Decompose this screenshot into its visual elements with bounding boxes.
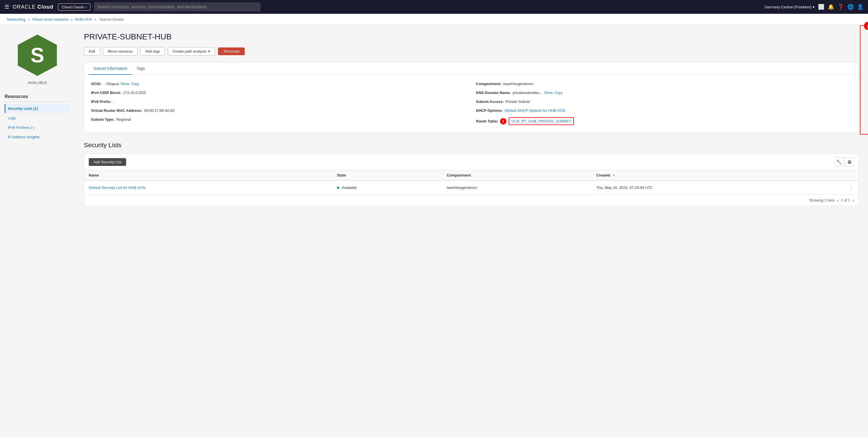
sidebar-item-ip-insights[interactable]: IP Address Insights — [5, 133, 70, 141]
col-created[interactable]: Created ▼ — [592, 170, 859, 180]
help-icon[interactable]: ❓ — [838, 4, 844, 10]
breadcrumb-vcn[interactable]: Virtual cloud networks — [32, 17, 69, 22]
table-header: Name State Compartment Created ▼ — [84, 170, 859, 180]
status-dot-available — [337, 186, 339, 189]
route-table-box: VCN_RT_HUB_PRIVATE_SUBNET — [509, 117, 574, 125]
tab-subnet-info[interactable]: Subnet Information — [89, 63, 132, 75]
sidebar-item-logs[interactable]: Logs — [5, 114, 70, 122]
resources-section: Resources Security Lists (1) Logs IPv6 P… — [5, 94, 70, 141]
dropdown-arrow-icon: ▾ — [208, 49, 210, 54]
ocid-show-link[interactable]: Show — [121, 82, 129, 86]
left-sidebar: S AVAILABLE Resources Security Lists (1)… — [0, 25, 75, 437]
cell-created: Thu, May 16, 2024, 07:15:04 UTC ⋮ — [592, 181, 859, 194]
security-list-panel: Add Security List 🔧 ⊞ Name State — [84, 153, 859, 206]
subnet-type-row: Subnet Type: Regional — [91, 117, 467, 122]
bell-icon[interactable]: 🔔 — [828, 4, 834, 10]
security-lists-table: Name State Compartment Created ▼ — [84, 170, 859, 195]
search-input[interactable] — [94, 2, 260, 11]
badge-1: 1 — [500, 118, 506, 124]
tab-tags[interactable]: Tags — [132, 63, 150, 75]
terminate-button[interactable]: Terminate — [218, 48, 245, 55]
dns-copy-link[interactable]: Copy — [554, 91, 562, 95]
annotation-bar-2: 2 — [860, 25, 868, 135]
route-table-highlight: 1 VCN_RT_HUB_PRIVATE_SUBNET — [500, 117, 574, 125]
dhcp-row: DHCP Options: Default DHCP Options for H… — [476, 108, 851, 113]
dns-row: DNS Domain Name: privatesubnethu... Show… — [476, 91, 851, 95]
route-table-row: Route Table: 1 VCN_RT_HUB_PRIVATE_SUBNET — [476, 117, 851, 125]
compartment-row: Compartment: IwanHoogendoorn — [476, 82, 851, 86]
table-row: Default Security List for HUB-VCN Availa… — [84, 180, 859, 194]
sidebar-item-ipv6[interactable]: IPv6 Prefixes (-) — [5, 123, 70, 132]
action-bar: Edit Move resource Add tags Create path … — [84, 47, 859, 56]
breadcrumb-hub-vcn[interactable]: HUB-VCN — [75, 17, 92, 22]
breadcrumb-current: Subnet Details — [100, 17, 124, 22]
svg-text:S: S — [30, 44, 44, 67]
col-name: Name — [84, 170, 332, 180]
subnet-access-row: Subnet Access: Private Subnet — [476, 99, 851, 104]
nav-right: Germany Central (Frankfurt) ▾ ⬜ 🔔 ❓ 🌐 👤 — [765, 4, 863, 10]
sidebar-item-security-lists[interactable]: Security Lists (1) — [5, 104, 70, 113]
help-widget-button[interactable]: 🔧 — [834, 157, 844, 167]
info-panel-tabs: Subnet Information Tags — [84, 63, 859, 75]
security-list-toolbar: Add Security List 🔧 ⊞ — [84, 154, 859, 170]
breadcrumb-networking[interactable]: Networking — [7, 17, 26, 22]
dns-show-link[interactable]: Show — [544, 91, 553, 95]
oracle-logo: ORACLE Cloud — [13, 4, 54, 10]
col-state: State — [332, 170, 442, 180]
info-panel: Subnet Information Tags OCID: ...55apua … — [84, 62, 859, 132]
move-resource-button[interactable]: Move resource — [103, 47, 137, 56]
pagination-info: Showing 1 item ‹ 1 of 1 › — [84, 195, 859, 206]
user-avatar[interactable]: 👤 — [857, 4, 863, 10]
ocid-row: OCID: ...55apua Show Copy — [91, 82, 467, 86]
cell-compartment: IwanHoogendoorn — [442, 180, 592, 194]
mac-row: Virtual Router MAC Address: 00:00:17:69:… — [91, 108, 467, 113]
security-lists-title: Security Lists — [84, 141, 859, 149]
globe-icon[interactable]: 🌐 — [847, 4, 854, 10]
cloud-classic-button[interactable]: Cloud Classic › — [58, 3, 91, 11]
sort-icon: ▼ — [612, 174, 615, 177]
prev-page-button[interactable]: ‹ — [837, 198, 838, 203]
hamburger-icon[interactable]: ☰ — [5, 4, 9, 10]
create-path-analysis-button[interactable]: Create path analysis ▾ — [168, 47, 215, 56]
hexagon-icon: S — [14, 32, 60, 78]
ipv6-row: IPv6 Prefix: - — [91, 99, 467, 104]
region-selector[interactable]: Germany Central (Frankfurt) ▾ — [765, 5, 814, 9]
monitor-icon[interactable]: ⬜ — [818, 4, 824, 10]
ocid-copy-link[interactable]: Copy — [131, 82, 139, 86]
cell-name: Default Security List for HUB-VCN — [84, 180, 332, 194]
resource-status: AVAILABLE — [28, 81, 47, 85]
cell-state: Available — [332, 180, 442, 194]
info-panel-body: OCID: ...55apua Show Copy IPv4 CIDR Bloc… — [84, 75, 859, 132]
page-title: PRIVATE-SUBNET-HUB — [84, 32, 859, 41]
ipv4-row: IPv4 CIDR Block: 172.16.0.0/25 — [91, 91, 467, 95]
security-list-link[interactable]: Default Security List for HUB-VCN — [89, 185, 145, 190]
info-grid: OCID: ...55apua Show Copy IPv4 CIDR Bloc… — [91, 82, 851, 125]
grid-view-button[interactable]: ⊞ — [845, 157, 854, 167]
edit-button[interactable]: Edit — [84, 47, 100, 56]
content-area: 2 PRIVATE-SUBNET-HUB Edit Move resource … — [75, 25, 868, 437]
row-action-menu[interactable]: ⋮ — [849, 184, 854, 191]
col-compartment: Compartment — [442, 170, 592, 180]
route-table-link[interactable]: VCN_RT_HUB_PRIVATE_SUBNET — [512, 119, 571, 123]
top-navigation: ☰ ORACLE Cloud Cloud Classic › Germany C… — [0, 0, 868, 14]
resources-title: Resources — [5, 94, 70, 102]
add-security-list-button[interactable]: Add Security List — [89, 158, 126, 166]
breadcrumb: Networking » Virtual cloud networks » HU… — [0, 14, 868, 25]
dhcp-link[interactable]: Default DHCP Options for HUB-VCN — [505, 108, 565, 113]
resource-icon-container: S AVAILABLE — [5, 32, 70, 85]
main-wrapper: S AVAILABLE Resources Security Lists (1)… — [0, 25, 868, 437]
next-page-button[interactable]: › — [852, 198, 854, 203]
add-tags-button[interactable]: Add tags — [140, 47, 164, 56]
